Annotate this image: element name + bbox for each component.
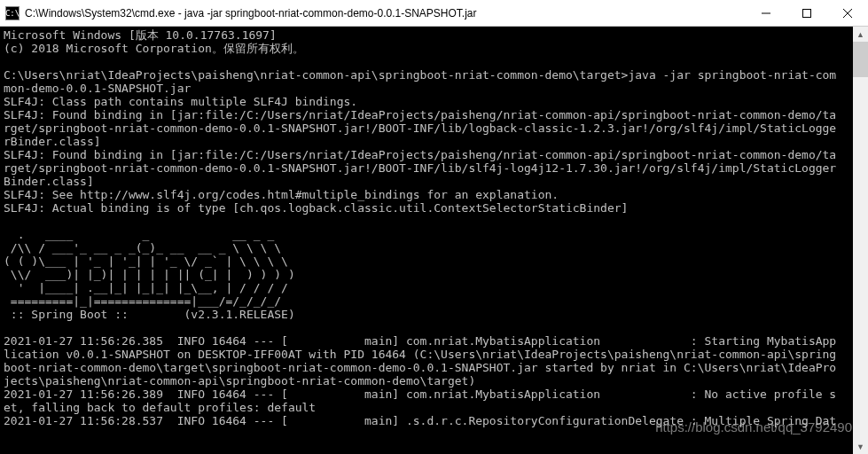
close-button[interactable] [827, 0, 868, 26]
spring-banner: \\/ ___)| |_)| | | | | || (_| | ) ) ) ) [4, 268, 295, 281]
output-line: rBinder.class] [4, 135, 101, 148]
minimize-button[interactable] [746, 0, 786, 26]
window-title: C:\Windows\System32\cmd.exe - java -jar … [25, 7, 746, 20]
output-line: SLF4J: See http://www.slf4j.org/codes.ht… [4, 188, 559, 201]
output-line: 2021-01-27 11:56:26.389 INFO 16464 --- [… [4, 387, 836, 401]
output-line: SLF4J: Found binding in [jar:file:/C:/Us… [4, 108, 836, 121]
scroll-down-arrow-icon[interactable]: ▼ [853, 439, 868, 454]
output-line: SLF4J: Class path contains multiple SLF4… [4, 95, 357, 108]
window-titlebar: C:\ C:\Windows\System32\cmd.exe - java -… [0, 0, 868, 27]
window-controls [746, 0, 868, 26]
spring-banner: . ____ _ __ _ _ [4, 228, 274, 241]
output-line: 2021-01-27 11:56:28.537 INFO 16464 --- [… [4, 414, 836, 427]
output-line: mon-demo-0.0.1-SNAPSHOT.jar [4, 82, 191, 95]
spring-banner: /\\ / ___'_ __ _ _(_)_ __ __ _ \ \ \ \ [4, 241, 281, 254]
output-line: rget/springboot-nriat-common-demo-0.0.1-… [4, 121, 836, 135]
spring-banner: =========|_|==============|___/=/_/_/_/ [4, 294, 281, 308]
output-line: lication v0.0.1-SNAPSHOT on DESKTOP-IFF0… [4, 348, 836, 361]
svg-rect-1 [803, 9, 811, 17]
console-area: Microsoft Windows [版本 10.0.17763.1697] (… [0, 27, 868, 454]
output-line: (c) 2018 Microsoft Corporation。保留所有权利。 [4, 42, 304, 55]
cmd-icon: C:\ [5, 6, 20, 20]
spring-banner: :: Spring Boot :: (v2.3.1.RELEASE) [4, 308, 295, 321]
output-line: rget/springboot-nriat-common-demo-0.0.1-… [4, 161, 836, 175]
output-line: SLF4J: Actual binding is of type [ch.qos… [4, 201, 628, 215]
output-line: Binder.class] [4, 175, 94, 188]
scroll-thumb[interactable] [853, 42, 868, 77]
scroll-up-arrow-icon[interactable]: ▲ [853, 27, 868, 42]
console-output[interactable]: Microsoft Windows [版本 10.0.17763.1697] (… [0, 27, 853, 454]
output-line: Microsoft Windows [版本 10.0.17763.1697] [4, 28, 277, 42]
output-line: et, falling back to default profiles: de… [4, 401, 316, 414]
spring-banner: ( ( )\___ | '_ | '_| | '_ \/ _` | \ \ \ … [4, 254, 288, 268]
vertical-scrollbar[interactable]: ▲ ▼ [853, 27, 868, 454]
output-line: C:\Users\nriat\IdeaProjects\paisheng\nri… [4, 68, 836, 82]
maximize-button[interactable] [786, 0, 827, 26]
spring-banner: ' |____| .__|_| |_|_| |_\__, | / / / / [4, 281, 288, 294]
output-line: 2021-01-27 11:56:26.385 INFO 16464 --- [… [4, 334, 836, 348]
output-line: jects\paisheng\nriat-common-api\springbo… [4, 374, 475, 387]
output-line: boot-nriat-common-demo\target\springboot… [4, 361, 836, 374]
output-line: SLF4J: Found binding in [jar:file:/C:/Us… [4, 148, 836, 161]
